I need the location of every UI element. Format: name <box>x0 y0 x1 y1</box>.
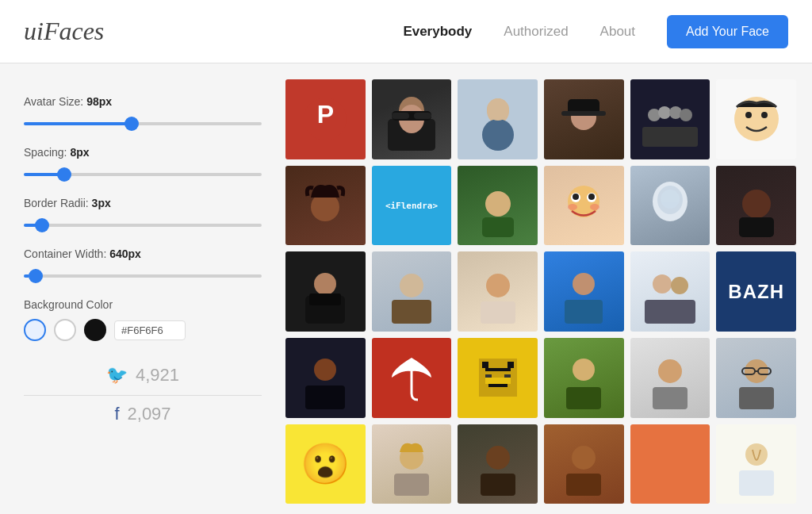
avatar-couple[interactable] <box>630 251 710 332</box>
avatar-white-bg[interactable] <box>458 251 538 332</box>
avatar-grid-area: P <box>285 79 796 504</box>
avatar-astronaut[interactable] <box>630 166 710 246</box>
nav-everybody[interactable]: Everybody <box>403 24 472 40</box>
container-width-slider[interactable] <box>24 274 262 278</box>
avatar-sunglasses[interactable] <box>372 79 452 159</box>
svg-point-29 <box>588 194 595 200</box>
nav-authorized[interactable]: Authorized <box>504 24 568 40</box>
avatar-size-label: Avatar Size: 98px <box>24 95 262 108</box>
svg-rect-53 <box>482 362 488 368</box>
svg-point-20 <box>745 112 752 118</box>
svg-point-44 <box>573 273 595 295</box>
avatar-outdoor[interactable] <box>544 338 624 418</box>
avatar-iflendra[interactable]: <iFlendra> <box>372 166 452 246</box>
twitter-stat: 🐦 4,921 <box>24 365 262 386</box>
color-options <box>24 319 262 341</box>
svg-point-30 <box>568 204 577 210</box>
avatar-blue-shirt[interactable] <box>458 79 538 159</box>
avatar-dreadlocks[interactable] <box>285 166 366 246</box>
main-content: Avatar Size: 98px Spacing: 8px Border Ra… <box>0 63 812 514</box>
site-header: uiFaces Everybody Authorized About Add Y… <box>0 0 812 63</box>
svg-point-23 <box>485 191 511 217</box>
site-logo: uiFaces <box>24 17 104 46</box>
avatar-emoji-surprised[interactable]: 😮 <box>285 424 366 504</box>
svg-rect-76 <box>739 470 774 496</box>
svg-rect-18 <box>642 127 698 147</box>
svg-point-28 <box>573 194 579 200</box>
twitter-icon: 🐦 <box>106 365 128 386</box>
svg-rect-13 <box>561 111 606 116</box>
add-face-button[interactable]: Add Your Face <box>667 15 788 48</box>
bg-color-section: Background Color <box>24 298 262 341</box>
avatar-dark2[interactable] <box>285 338 366 418</box>
svg-rect-39 <box>309 293 341 305</box>
color-swatch-blue[interactable] <box>24 319 46 341</box>
avatar-blonde[interactable] <box>372 424 452 504</box>
svg-point-31 <box>590 204 599 210</box>
svg-rect-50 <box>305 386 345 409</box>
spacing-slider[interactable] <box>24 173 262 176</box>
spacing-control: Spacing: 8px <box>24 146 262 179</box>
avatar-umbrella[interactable] <box>372 338 452 418</box>
svg-rect-7 <box>414 113 431 119</box>
svg-rect-45 <box>565 300 603 324</box>
svg-rect-70 <box>394 474 429 496</box>
avatar-dark-man[interactable] <box>716 166 796 246</box>
svg-point-62 <box>658 359 682 383</box>
avatar-glasses[interactable] <box>716 338 796 418</box>
svg-point-35 <box>742 190 771 218</box>
avatar-plaid[interactable] <box>372 251 452 332</box>
border-radii-control: Border Radii: 3px <box>24 197 262 230</box>
avatar-dark3[interactable] <box>458 424 538 504</box>
svg-point-15 <box>658 106 671 119</box>
avatar-size-slider[interactable] <box>24 122 262 125</box>
border-radii-slider[interactable] <box>24 224 262 227</box>
svg-text:P: P <box>317 100 334 128</box>
svg-point-47 <box>671 277 688 294</box>
avatar-bazh[interactable]: BAZH <box>716 251 796 332</box>
bg-color-label: Background Color <box>24 298 262 311</box>
nav-about[interactable]: About <box>600 24 635 40</box>
svg-point-71 <box>486 446 510 470</box>
social-stats: 🐦 4,921 f 2,097 <box>24 365 262 424</box>
svg-point-34 <box>661 190 680 209</box>
avatar-cartoon[interactable] <box>716 79 796 159</box>
avatar-pixel[interactable] <box>458 338 538 418</box>
facebook-stat: f 2,097 <box>24 404 262 424</box>
svg-point-46 <box>653 274 672 293</box>
avatar-orange-block[interactable] <box>630 424 710 504</box>
facebook-icon: f <box>114 404 119 424</box>
avatar-smiling[interactable] <box>630 338 710 418</box>
svg-rect-54 <box>508 362 514 368</box>
svg-rect-55 <box>485 368 511 371</box>
svg-point-60 <box>573 359 595 381</box>
avatar-brown[interactable] <box>544 424 624 504</box>
svg-point-21 <box>761 112 768 118</box>
svg-rect-6 <box>392 113 409 119</box>
svg-rect-72 <box>481 474 515 496</box>
avatar-blue-profile[interactable] <box>544 251 624 332</box>
svg-point-75 <box>745 443 768 466</box>
avatar-asian[interactable] <box>458 166 538 246</box>
svg-point-42 <box>486 274 510 297</box>
avatar-producthunt[interactable]: P <box>285 79 366 159</box>
svg-point-37 <box>314 273 336 295</box>
sidebar: Avatar Size: 98px Spacing: 8px Border Ra… <box>16 79 270 504</box>
main-nav: Everybody Authorized About Add Your Face <box>403 15 788 48</box>
color-swatch-white[interactable] <box>54 319 76 341</box>
avatar-funny[interactable] <box>544 166 624 246</box>
svg-point-40 <box>400 274 423 297</box>
avatar-hoodie[interactable] <box>285 251 366 332</box>
svg-rect-63 <box>653 387 688 409</box>
color-hex-input[interactable] <box>114 320 186 340</box>
avatar-group[interactable] <box>630 79 710 159</box>
svg-point-10 <box>487 98 509 121</box>
svg-rect-61 <box>566 387 601 409</box>
svg-rect-48 <box>645 300 695 324</box>
avatar-hat[interactable] <box>544 79 624 159</box>
divider <box>24 395 262 396</box>
color-swatch-black[interactable] <box>84 319 106 341</box>
avatar-grid: P <box>285 79 796 504</box>
svg-rect-74 <box>566 474 601 496</box>
avatar-thinking[interactable] <box>716 424 796 504</box>
